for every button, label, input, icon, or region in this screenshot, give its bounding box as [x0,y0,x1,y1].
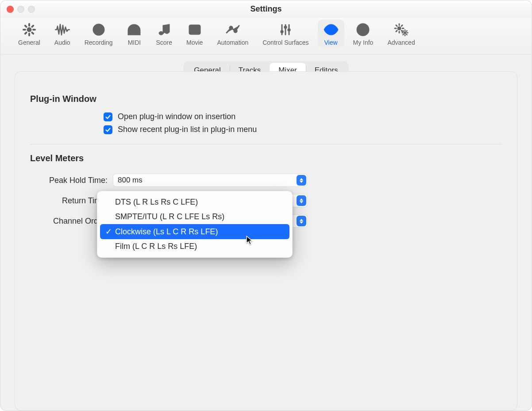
checkmark-icon: ✓ [104,227,112,237]
svg-rect-32 [284,26,287,28]
svg-rect-23 [198,27,200,28]
svg-point-37 [361,26,365,30]
close-window-button[interactable] [7,6,14,13]
svg-line-4 [25,32,27,34]
channel-order-option[interactable]: SMPTE/ITU (L R C LFE Ls Rs) [100,209,289,224]
field-label: Return Time: [30,196,108,206]
settings-toolbar: GeneralAudioRecordingMIDIScoreMovieAutom… [0,18,532,54]
channel-order-dropdown-menu[interactable]: DTS (L R Ls Rs C LFE)SMPTE/ITU (L R C LF… [97,191,293,258]
svg-line-2 [32,32,33,34]
svg-point-47 [404,32,406,34]
plugin-window-checkboxes: Open plug-in window on insertionShow rec… [30,112,502,134]
midi-icon [127,22,142,37]
svg-rect-25 [198,31,200,32]
mouse-cursor-icon [246,235,254,246]
movie-icon [188,22,202,37]
general-icon [22,22,36,37]
option-label: Film (L C R Ls Rs LFE) [115,242,197,251]
svg-line-55 [406,31,407,31]
svg-point-27 [234,30,237,32]
toolbar-item-audio[interactable]: Audio [49,19,76,48]
svg-rect-21 [190,29,191,30]
toolbar-item-label: Score [156,39,172,46]
toolbar-item-label: General [18,39,40,46]
svg-line-40 [401,31,402,31]
score-icon [157,22,171,37]
svg-point-26 [230,27,232,29]
audio-icon [55,22,70,37]
titlebar: Settings [0,0,532,18]
toolbar-item-view[interactable]: View [318,19,344,48]
svg-point-0 [27,27,31,32]
option-label: Clockwise (Ls L C R Rs LFE) [115,227,218,237]
svg-line-46 [401,25,402,26]
svg-point-10 [96,27,101,32]
toolbar-item-label: Audio [54,39,70,46]
svg-rect-19 [191,25,198,34]
toolbar-item-label: View [324,39,337,46]
svg-point-15 [135,28,137,30]
field-select[interactable]: 800 ms [113,174,308,187]
svg-point-35 [330,28,332,31]
channel-order-option[interactable]: Film (L C R Ls Rs LFE) [100,239,289,254]
toolbar-item-score[interactable]: Score [150,19,177,48]
window-title: Settings [250,4,281,14]
toolbar-item-my-info[interactable]: My Info [348,19,379,48]
checkbox-label: Open plug-in window on insertion [118,112,235,121]
svg-line-44 [396,25,397,26]
svg-rect-22 [190,31,191,32]
recording-icon [92,22,106,37]
toolbar-item-general[interactable]: General [13,19,46,48]
my-info-icon [356,22,370,37]
select-stepper-icon [297,195,306,206]
channel-order-option[interactable]: ✓Clockwise (Ls L C R Rs LFE) [100,224,289,239]
toolbar-item-label: Automation [217,39,248,46]
settings-window: Settings GeneralAudioRecordingMIDIScoreM… [0,0,532,411]
view-icon [323,22,339,37]
svg-point-13 [136,31,138,32]
window-controls [7,6,35,13]
toolbar-item-label: My Info [353,39,374,46]
select-stepper-icon [297,216,306,226]
automation-icon [225,22,240,37]
channel-order-option[interactable]: DTS (L R Ls Rs C LFE) [100,195,289,209]
toolbar-item-recording[interactable]: Recording [79,19,118,48]
level-meters-row: Peak Hold Time:800 ms [30,171,502,189]
svg-point-12 [133,27,135,29]
option-label: SMPTE/ITU (L R C LFE Ls Rs) [115,212,224,221]
control-surfaces-icon [278,22,293,37]
svg-point-14 [131,28,133,30]
toolbar-item-automation[interactable]: Automation [212,19,254,48]
toolbar-item-movie[interactable]: Movie [181,19,208,48]
checkbox[interactable] [104,125,112,134]
toolbar-item-midi[interactable]: MIDI [121,19,147,48]
toolbar-item-label: Advanced [387,39,415,46]
svg-rect-33 [288,29,290,31]
field-label: Channel Order: [30,217,108,226]
plugin-window-checkbox-row: Show recent plug-in list in plug-in menu [104,125,502,134]
plugin-window-section-title: Plug-in Window [30,94,502,104]
plugin-window-checkbox-row: Open plug-in window on insertion [104,112,502,121]
toolbar-item-control-surfaces[interactable]: Control Surfaces [257,19,314,48]
field-value: 800 ms [118,176,143,185]
checkbox[interactable] [104,112,112,121]
section-divider [30,144,502,144]
field-label: Peak Hold Time: [30,176,108,185]
svg-rect-20 [190,27,191,28]
svg-point-38 [397,27,401,30]
select-stepper-icon [297,175,306,186]
svg-line-51 [403,34,403,35]
svg-line-42 [396,31,397,31]
checkbox-label: Show recent plug-in list in plug-in menu [118,125,257,134]
toolbar-item-label: Movie [186,39,203,46]
zoom-window-button[interactable] [28,6,35,13]
svg-point-11 [130,31,132,32]
toolbar-item-advanced[interactable]: Advanced [382,19,420,48]
svg-line-53 [403,31,403,31]
svg-rect-31 [281,31,283,33]
toolbar-item-label: Control Surfaces [262,39,308,46]
minimize-window-button[interactable] [17,6,24,13]
level-meters-section-title: Level Meters [30,153,502,163]
toolbar-item-label: Recording [85,39,113,46]
svg-line-8 [32,26,33,27]
